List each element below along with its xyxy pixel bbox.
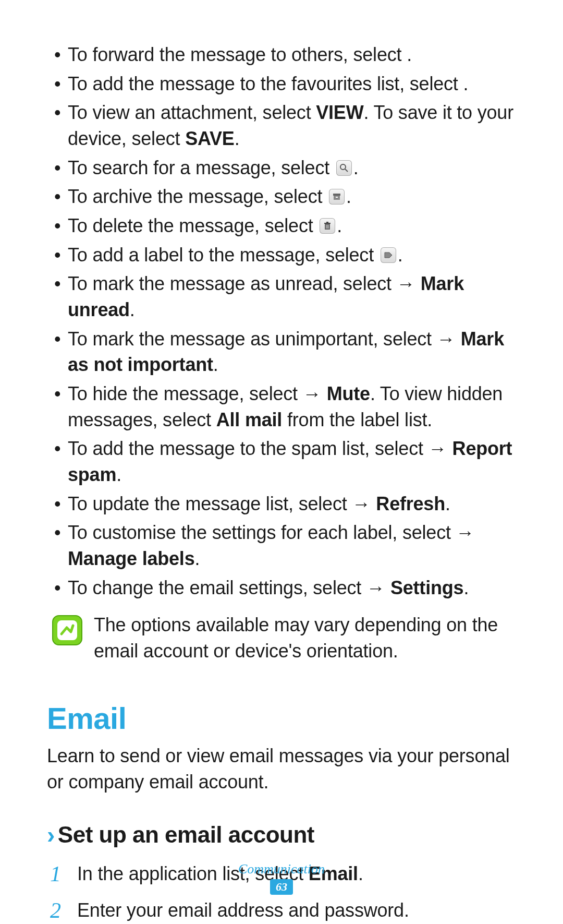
svg-rect-2 (333, 194, 340, 196)
text: To customise the settings for each label… (68, 522, 456, 543)
text: from the label list. (282, 409, 432, 430)
bullet-forward: To forward the message to others, select… (47, 42, 516, 68)
bullet-add-label: To add a label to the message, select . (47, 242, 516, 268)
chevron-right-icon: › (47, 821, 55, 849)
subsection-setup-email: › Set up an email account (47, 821, 516, 849)
manual-page: To forward the message to others, select… (0, 0, 563, 924)
text: . (445, 493, 450, 514)
text: To update the message list, select (68, 493, 352, 514)
section-title-email: Email (47, 701, 516, 736)
text: To hide the message, select (68, 383, 303, 404)
label-all-mail: All mail (216, 409, 282, 430)
text: To add the message to the favourites lis… (68, 73, 463, 94)
page-footer: Communication 63 (0, 861, 563, 895)
svg-line-1 (345, 169, 348, 172)
bullet-report-spam: To add the message to the spam list, sel… (47, 436, 516, 487)
step-2: Enter your email address and password. (47, 897, 516, 924)
arrow-icon: → (437, 328, 461, 350)
bullet-refresh: To update the message list, select → Ref… (47, 491, 516, 517)
note-icon (52, 615, 82, 645)
text: To mark the message as unimportant, sele… (68, 328, 437, 350)
bullet-settings: To change the email settings, select → S… (47, 575, 516, 601)
text: . (407, 44, 412, 65)
arrow-icon: → (397, 273, 421, 294)
svg-rect-7 (326, 222, 328, 223)
bullet-mark-unimportant: To mark the message as unimportant, sele… (47, 326, 516, 378)
text: . (195, 548, 200, 569)
text: To archive the message, select (68, 186, 327, 207)
options-list: To forward the message to others, select… (47, 42, 516, 601)
bullet-attachment: To view an attachment, select VIEW. To s… (47, 100, 516, 151)
text: To add the message to the spam list, sel… (68, 438, 429, 459)
arrow-icon: → (456, 522, 475, 543)
text: . (213, 354, 218, 375)
text: To search for a message, select (68, 157, 335, 178)
note-text: The options available may vary depending… (94, 612, 516, 664)
label-refresh: Refresh (376, 493, 445, 514)
search-icon (336, 160, 352, 176)
label-save: SAVE (185, 128, 235, 149)
text: To view an attachment, select (68, 102, 316, 123)
subsection-title: Set up an email account (58, 822, 314, 848)
text: To add a label to the message, select (68, 244, 379, 266)
bullet-archive: To archive the message, select . (47, 184, 516, 210)
text: . (353, 157, 359, 178)
label-icon (381, 247, 396, 263)
section-intro: Learn to send or view email messages via… (47, 743, 516, 796)
label-view: VIEW (316, 102, 363, 123)
svg-rect-6 (324, 223, 331, 224)
bullet-favourites: To add the message to the favourites lis… (47, 71, 516, 97)
label-manage-labels: Manage labels (68, 548, 195, 569)
trash-icon (320, 218, 335, 234)
svg-rect-4 (336, 197, 338, 198)
svg-rect-12 (57, 620, 77, 640)
text: To mark the message as unread, select (68, 273, 397, 294)
text: To forward the message to others, select (68, 44, 407, 65)
text: . (337, 215, 342, 236)
text: To change the email settings, select (68, 577, 366, 598)
arrow-icon: → (429, 438, 452, 459)
arrow-icon: → (352, 493, 376, 514)
bullet-search: To search for a message, select . (47, 155, 516, 181)
text: . (235, 128, 240, 149)
label-mute: Mute (327, 383, 370, 404)
bullet-manage-labels: To customise the settings for each label… (47, 520, 516, 571)
archive-icon (329, 189, 345, 205)
text: . (463, 73, 468, 94)
page-number: 63 (270, 879, 293, 895)
bullet-delete: To delete the message, select . (47, 213, 516, 239)
text: . (463, 577, 469, 598)
bullet-mark-unread: To mark the message as unread, select → … (47, 271, 516, 322)
text: . (346, 186, 351, 207)
note-row: The options available may vary depending… (47, 612, 516, 664)
arrow-icon: → (303, 383, 327, 404)
label-settings: Settings (390, 577, 463, 598)
text: To delete the message, select (68, 215, 318, 236)
text: . (398, 244, 403, 266)
arrow-icon: → (366, 577, 390, 598)
footer-label: Communication (0, 861, 563, 877)
svg-point-0 (340, 164, 346, 170)
text: . (130, 299, 135, 320)
bullet-mute: To hide the message, select → Mute. To v… (47, 381, 516, 433)
text: . (116, 464, 121, 485)
